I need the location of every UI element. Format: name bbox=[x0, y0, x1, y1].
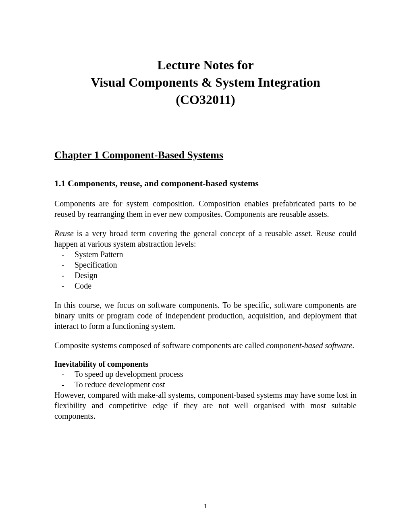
title-line-2: Visual Components & System Integration bbox=[91, 75, 320, 89]
title-line-3: (CO32011) bbox=[176, 92, 235, 107]
list-item: System Pattern bbox=[54, 249, 357, 260]
paragraph-1: Components are for system composition. C… bbox=[54, 198, 357, 219]
list-item: Code bbox=[54, 281, 357, 291]
list-item: To reduce development cost bbox=[54, 379, 357, 390]
section-heading: 1.1 Components, reuse, and component-bas… bbox=[54, 178, 357, 189]
paragraph-4-text: Composite systems composed of software c… bbox=[54, 341, 266, 350]
paragraph-5: However, compared with make-all systems,… bbox=[54, 390, 357, 421]
title-line-1: Lecture Notes for bbox=[157, 58, 253, 72]
page-number: 1 bbox=[0, 503, 411, 510]
list-item: Design bbox=[54, 270, 357, 281]
paragraph-2: Reuse is a very broad term covering the … bbox=[54, 228, 357, 249]
abstraction-levels-list: System Pattern Specification Design Code bbox=[54, 249, 357, 291]
chapter-heading: Chapter 1 Component-Based Systems bbox=[54, 149, 357, 161]
component-based-term: component-based software. bbox=[266, 341, 354, 350]
paragraph-4: Composite systems composed of software c… bbox=[54, 340, 357, 351]
document-title: Lecture Notes for Visual Components & Sy… bbox=[54, 56, 357, 109]
paragraph-2-text: is a very broad term covering the genera… bbox=[54, 229, 357, 248]
paragraph-3: In this course, we focus on software com… bbox=[54, 300, 357, 331]
reuse-term: Reuse bbox=[54, 229, 74, 238]
list-item: To speed up development process bbox=[54, 369, 357, 379]
list-item: Specification bbox=[54, 260, 357, 270]
document-page: Lecture Notes for Visual Components & Sy… bbox=[0, 0, 411, 454]
inevitability-subheading: Inevitability of components bbox=[54, 360, 357, 369]
inevitability-list: To speed up development process To reduc… bbox=[54, 369, 357, 390]
